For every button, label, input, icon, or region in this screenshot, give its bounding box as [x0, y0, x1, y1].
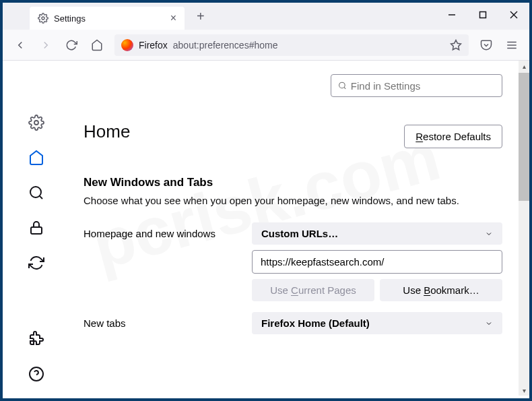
forward-button[interactable] [35, 34, 57, 56]
search-icon [338, 81, 347, 90]
homepage-mode-value: Custom URLs… [261, 228, 338, 239]
svg-line-11 [40, 196, 42, 199]
browser-tab[interactable]: Settings × [30, 7, 185, 30]
newtabs-mode-select[interactable]: Firefox Home (Default) [252, 312, 502, 334]
new-tab-button[interactable]: + [191, 6, 210, 27]
svg-point-9 [34, 121, 38, 125]
newtabs-label: New tabs [84, 312, 252, 329]
section-description: Choose what you see when you open your h… [84, 195, 502, 206]
firefox-logo-icon [121, 39, 133, 51]
chevron-down-icon [485, 230, 493, 238]
use-current-pages-button[interactable]: Use Current Pages [252, 279, 374, 301]
minimize-button[interactable] [436, 3, 467, 27]
tab-title: Settings [54, 13, 170, 24]
homepage-label: Homepage and new windows [84, 222, 252, 239]
home-button[interactable] [86, 34, 108, 56]
reload-button[interactable] [61, 34, 82, 56]
close-window-button[interactable] [498, 3, 529, 27]
sidebar [3, 61, 70, 396]
urlbar-brand: Firefox [139, 40, 168, 51]
close-tab-button[interactable]: × [170, 12, 176, 24]
bookmark-star-icon[interactable] [450, 39, 462, 51]
chevron-down-icon [485, 319, 493, 328]
main-panel: Home Restore Defaults New Windows and Ta… [70, 61, 529, 396]
back-button[interactable] [9, 34, 31, 56]
homepage-url-input[interactable] [252, 250, 502, 274]
url-bar[interactable]: Firefox about:preferences#home [114, 34, 469, 56]
svg-point-10 [30, 187, 41, 197]
svg-rect-2 [480, 12, 486, 18]
restore-defaults-button[interactable]: Restore Defaults [404, 125, 502, 148]
urlbar-url: about:preferences#home [173, 40, 278, 51]
sidebar-privacy[interactable] [28, 220, 44, 236]
svg-marker-5 [451, 40, 461, 49]
use-bookmark-button[interactable]: Use Bookmark… [380, 279, 502, 301]
titlebar: Settings × + [3, 3, 529, 30]
sidebar-extensions[interactable] [28, 331, 44, 347]
svg-line-16 [344, 87, 345, 88]
newtabs-mode-value: Firefox Home (Default) [261, 317, 370, 329]
section-title: New Windows and Tabs [84, 176, 502, 189]
find-in-settings[interactable] [331, 74, 502, 97]
pocket-button[interactable] [475, 34, 497, 56]
find-in-settings-input[interactable] [351, 80, 495, 92]
svg-point-0 [42, 17, 44, 20]
sidebar-search[interactable] [28, 185, 44, 201]
toolbar: Firefox about:preferences#home [3, 30, 529, 61]
svg-point-15 [339, 82, 345, 88]
app-menu-button[interactable] [501, 34, 523, 56]
sidebar-sync[interactable] [28, 255, 44, 271]
gear-icon [38, 13, 48, 24]
sidebar-general[interactable] [28, 115, 44, 131]
sidebar-help[interactable] [28, 366, 44, 382]
svg-rect-12 [31, 227, 42, 234]
sidebar-home[interactable] [28, 150, 44, 166]
homepage-mode-select[interactable]: Custom URLs… [252, 222, 502, 245]
content-area: Home Restore Defaults New Windows and Ta… [3, 61, 529, 396]
maximize-button[interactable] [467, 3, 498, 27]
